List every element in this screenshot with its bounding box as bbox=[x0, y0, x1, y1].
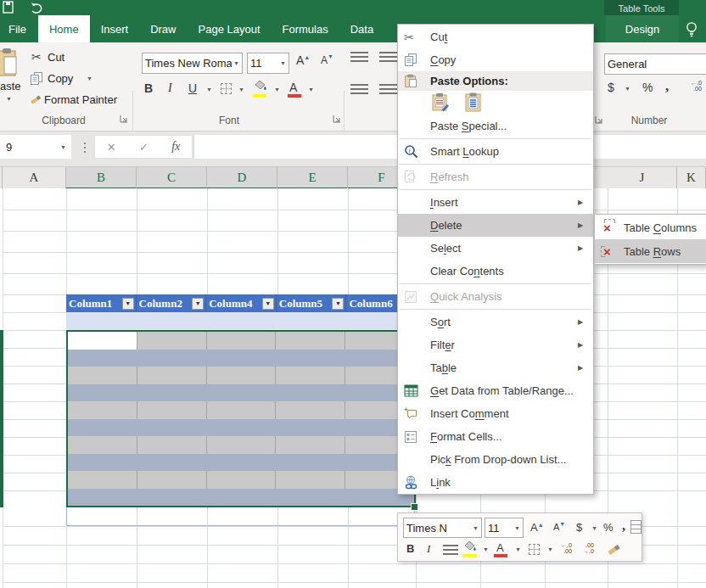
selected-cell[interactable] bbox=[68, 454, 137, 472]
enter-icon[interactable]: ✓ bbox=[139, 141, 148, 154]
column-header-a[interactable]: A bbox=[3, 167, 66, 189]
selected-cell[interactable] bbox=[276, 454, 345, 472]
selected-cell[interactable] bbox=[137, 384, 207, 402]
selected-cell[interactable] bbox=[137, 367, 207, 384]
table-row[interactable] bbox=[68, 350, 414, 367]
filter-dropdown-icon[interactable]: ▼ bbox=[332, 298, 344, 310]
mini-comma-button[interactable]: , bbox=[622, 518, 625, 534]
menu-item-table[interactable]: Table▶ bbox=[398, 356, 593, 379]
selected-cell[interactable] bbox=[206, 419, 276, 437]
align-center-icon[interactable] bbox=[379, 84, 397, 95]
tab-home[interactable]: Home bbox=[38, 15, 90, 42]
menu-item-smart-lookup[interactable]: iSmart Lookup bbox=[398, 140, 593, 163]
table-row[interactable] bbox=[68, 436, 414, 454]
mini-font-name-combo[interactable]: Times N▼ bbox=[403, 518, 482, 538]
table-header-column2[interactable]: Column2▼ bbox=[137, 294, 207, 312]
filter-dropdown-icon[interactable]: ▼ bbox=[122, 298, 134, 310]
selected-cell[interactable] bbox=[68, 384, 137, 402]
mini-percent-button[interactable]: % bbox=[603, 521, 614, 534]
filter-dropdown-icon[interactable]: ▼ bbox=[262, 298, 274, 310]
selected-cell[interactable] bbox=[68, 489, 137, 507]
underline-button[interactable]: U bbox=[188, 81, 197, 95]
font-name-combo[interactable]: Times New Roman▼ bbox=[142, 53, 243, 74]
active-cell[interactable] bbox=[68, 332, 137, 350]
selected-cell[interactable] bbox=[68, 350, 137, 367]
accounting-format-button[interactable]: $ bbox=[608, 81, 614, 94]
table-row[interactable] bbox=[68, 401, 414, 419]
cut-button[interactable]: Cut bbox=[48, 51, 64, 64]
selected-cell[interactable] bbox=[276, 350, 345, 367]
selected-cell[interactable] bbox=[207, 367, 277, 384]
table-row[interactable] bbox=[68, 454, 414, 472]
menu-item-filter[interactable]: Filter▶ bbox=[398, 333, 593, 356]
name-box-dropdown-icon[interactable]: ▼ bbox=[60, 144, 66, 150]
paste-dropdown-icon[interactable]: ▼ bbox=[6, 96, 12, 102]
paste-button-option[interactable] bbox=[462, 92, 485, 114]
column-header-k[interactable]: K bbox=[677, 167, 706, 189]
copy-dropdown-icon[interactable]: ▼ bbox=[87, 76, 92, 81]
comma-style-button[interactable]: , bbox=[665, 78, 669, 95]
selected-cell[interactable] bbox=[206, 489, 276, 507]
tab-file[interactable]: File bbox=[0, 15, 38, 42]
selected-cell[interactable] bbox=[276, 367, 345, 384]
mini-format-painter-icon[interactable] bbox=[605, 540, 620, 559]
tab-insert[interactable]: Insert bbox=[90, 15, 140, 42]
selected-cell[interactable] bbox=[276, 332, 345, 350]
tab-data[interactable]: Data bbox=[339, 15, 384, 42]
alignment-dialog-launcher[interactable] bbox=[595, 115, 604, 125]
selected-cell[interactable] bbox=[68, 419, 137, 437]
mini-borders-icon[interactable] bbox=[529, 544, 540, 555]
copy-button[interactable]: Copy bbox=[48, 72, 73, 85]
mini-font-color-dropdown-icon[interactable]: ▼ bbox=[515, 546, 521, 552]
selected-cell[interactable] bbox=[68, 471, 137, 489]
increase-decimal-icon[interactable]: ←.0.00 bbox=[691, 80, 702, 92]
selected-cell[interactable] bbox=[276, 471, 345, 489]
menu-item-delete[interactable]: Delete▶ bbox=[398, 214, 593, 237]
column-header-d[interactable]: D bbox=[207, 167, 277, 189]
menu-item-format-cells[interactable]: Format Cells... bbox=[398, 425, 593, 448]
table-header-column1[interactable]: Column1▼ bbox=[66, 294, 137, 312]
mini-bold-button[interactable]: B bbox=[406, 542, 414, 555]
clipboard-dialog-launcher[interactable] bbox=[120, 115, 129, 124]
mini-merge-center-icon[interactable] bbox=[630, 520, 642, 537]
font-color-icon[interactable]: A bbox=[289, 81, 297, 94]
selected-cell[interactable] bbox=[137, 401, 207, 419]
fill-color-dropdown-icon[interactable]: ▼ bbox=[274, 87, 280, 92]
mini-increase-decimal-icon[interactable]: ←.0.00 bbox=[561, 542, 572, 554]
paste-button[interactable]: aste bbox=[0, 80, 21, 92]
menu-item-cut[interactable]: ✂Cut bbox=[398, 25, 593, 48]
table-banded-row[interactable] bbox=[66, 312, 416, 330]
cut-icon[interactable]: ✂ bbox=[31, 50, 42, 64]
format-painter-icon[interactable] bbox=[28, 92, 42, 109]
selected-cell[interactable] bbox=[137, 332, 207, 350]
percent-style-button[interactable]: % bbox=[642, 81, 653, 94]
column-header-c[interactable]: C bbox=[137, 167, 207, 189]
tab-formulas[interactable]: Formulas bbox=[272, 15, 339, 42]
selected-cell[interactable] bbox=[137, 350, 207, 367]
submenu-item-table-columns[interactable]: ×Table Columns bbox=[595, 216, 706, 239]
selected-cell[interactable] bbox=[137, 489, 207, 507]
font-dialog-launcher[interactable] bbox=[333, 115, 342, 124]
mini-align-center-icon[interactable] bbox=[443, 545, 458, 556]
selected-cell[interactable] bbox=[207, 332, 277, 350]
format-painter-button[interactable]: Format Painter bbox=[44, 93, 117, 106]
table-row[interactable] bbox=[68, 384, 414, 402]
selected-cell[interactable] bbox=[207, 471, 277, 489]
selected-cell[interactable] bbox=[206, 350, 276, 367]
column-header-b[interactable]: B bbox=[66, 167, 137, 189]
menu-item-insert-comment[interactable]: Insert Comment bbox=[398, 402, 593, 425]
tell-me-lightbulb-icon[interactable] bbox=[681, 19, 703, 41]
align-top-icon[interactable] bbox=[350, 52, 368, 63]
selected-cell[interactable] bbox=[68, 367, 137, 384]
menu-item-copy[interactable]: Copy bbox=[398, 48, 593, 71]
name-box[interactable]: 9 ▼ bbox=[0, 135, 71, 159]
tab-page-layout[interactable]: Page Layout bbox=[188, 15, 272, 42]
number-format-combo[interactable]: General bbox=[604, 53, 706, 75]
table-row[interactable] bbox=[68, 419, 414, 437]
menu-item-paste-special[interactable]: Paste Special... bbox=[398, 115, 593, 137]
selected-cell[interactable] bbox=[276, 436, 345, 454]
filter-dropdown-icon[interactable]: ▼ bbox=[192, 298, 204, 310]
menu-item-select[interactable]: Select▶ bbox=[398, 237, 593, 260]
menu-item-pick-from-drop-down-list[interactable]: Pick From Drop-down List... bbox=[398, 448, 593, 471]
fill-handle[interactable] bbox=[411, 503, 418, 511]
